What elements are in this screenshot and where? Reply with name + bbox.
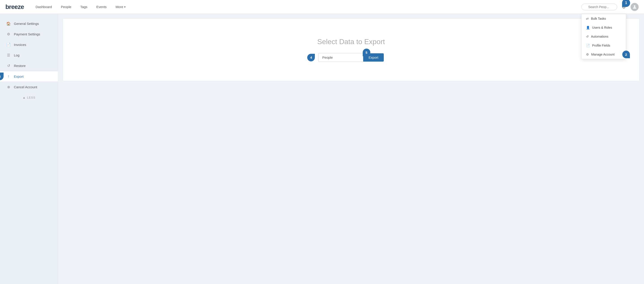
dropdown-bulk-tasks[interactable]: ⇄ Bulk Tasks — [582, 14, 626, 23]
nav-dashboard[interactable]: Dashboard — [31, 0, 56, 14]
sidebar-less-label: LESS — [27, 96, 35, 99]
log-icon: ☰ — [6, 53, 11, 57]
badge-3: 3 — [0, 73, 4, 80]
home-icon: 🏠 — [6, 22, 11, 26]
dropdown-manage-account[interactable]: ⚙ Manage Account 2 — [582, 50, 626, 59]
dropdown-automations[interactable]: ↺ Automations — [582, 32, 626, 41]
nav-links: Dashboard People Tags Events More ▾ — [31, 0, 581, 14]
sidebar-restore-label: Restore — [14, 64, 26, 68]
invoice-icon: 📄 — [6, 43, 11, 47]
navbar: breeze Dashboard People Tags Events More… — [0, 0, 644, 14]
dropdown-bulk-tasks-label: Bulk Tasks — [591, 17, 606, 20]
dropdown-automations-label: Automations — [591, 35, 608, 38]
dropdown-profile-fields[interactable]: 📄 Profile Fields — [582, 41, 626, 50]
search-input[interactable] — [581, 4, 617, 10]
nav-more[interactable]: More ▾ — [111, 0, 130, 14]
bulk-tasks-icon: ⇄ — [586, 17, 589, 20]
badge-2: 2 — [622, 51, 630, 58]
restore-icon: ↺ — [6, 64, 11, 68]
export-icon: ↑ — [6, 74, 11, 78]
sidebar-export-label: Export — [14, 75, 24, 78]
sidebar-log-label: Log — [14, 53, 20, 57]
cancel-icon: ⊗ — [6, 85, 11, 89]
export-card-title: Select Data to Export — [317, 38, 385, 46]
main-layout: 🏠 General Settings ⚙ Payment Settings 📄 … — [0, 14, 644, 284]
dropdown-users-roles[interactable]: 👤 Users & Roles — [582, 23, 626, 32]
manage-account-icon: ⚙ — [586, 53, 589, 56]
nav-events[interactable]: Events — [92, 0, 111, 14]
export-data-select[interactable]: People Groups Tags — [318, 53, 363, 62]
automations-icon: ↺ — [586, 35, 589, 38]
dropdown-profile-fields-label: Profile Fields — [592, 44, 610, 47]
payment-icon: ⚙ — [6, 32, 11, 36]
sidebar-item-cancel-account[interactable]: ⊗ Cancel Account — [0, 82, 58, 92]
sidebar: 🏠 General Settings ⚙ Payment Settings 📄 … — [0, 14, 58, 284]
badge-4: 4 — [307, 54, 315, 61]
sidebar-item-log[interactable]: ☰ Log — [0, 50, 58, 61]
navbar-right: 🔍 ⚙ 1 — [581, 3, 639, 11]
sidebar-payment-settings-label: Payment Settings — [14, 32, 40, 36]
dropdown-manage-account-label: Manage Account — [591, 53, 614, 56]
less-icon: ▲ — [22, 96, 26, 99]
badge-1: 1 — [622, 0, 630, 7]
sidebar-item-export[interactable]: 3 ↑ Export — [0, 71, 58, 82]
nav-tags[interactable]: Tags — [76, 0, 92, 14]
main-content: Select Data to Export 4 People Groups Ta… — [58, 14, 644, 284]
users-roles-icon: 👤 — [586, 26, 590, 29]
sidebar-invoices-label: Invoices — [14, 43, 26, 47]
nav-people[interactable]: People — [56, 0, 76, 14]
dropdown-users-roles-label: Users & Roles — [592, 26, 612, 29]
sidebar-item-invoices[interactable]: 📄 Invoices — [0, 40, 58, 50]
avatar-button[interactable] — [630, 3, 639, 11]
svg-point-0 — [634, 5, 635, 7]
dropdown-menu: ⇄ Bulk Tasks 👤 Users & Roles ↺ Automatio… — [581, 14, 626, 59]
sidebar-cancel-account-label: Cancel Account — [14, 85, 37, 89]
export-row: 4 People Groups Tags 5 Export — [318, 53, 384, 62]
sidebar-item-restore[interactable]: ↺ Restore — [0, 61, 58, 71]
sidebar-item-payment-settings[interactable]: ⚙ Payment Settings — [0, 29, 58, 40]
export-card: Select Data to Export 4 People Groups Ta… — [63, 18, 640, 81]
sidebar-item-general-settings[interactable]: 🏠 General Settings — [0, 18, 58, 29]
sidebar-general-settings-label: General Settings — [14, 22, 39, 26]
badge-5: 5 — [363, 49, 370, 56]
gear-button[interactable]: ⚙ 1 — [620, 3, 628, 11]
brand-logo[interactable]: breeze — [5, 3, 24, 11]
profile-fields-icon: 📄 — [586, 44, 590, 47]
search-wrapper: 🔍 — [581, 4, 617, 10]
sidebar-less-button[interactable]: ▲ LESS — [0, 92, 58, 103]
more-chevron-icon: ▾ — [124, 5, 126, 9]
